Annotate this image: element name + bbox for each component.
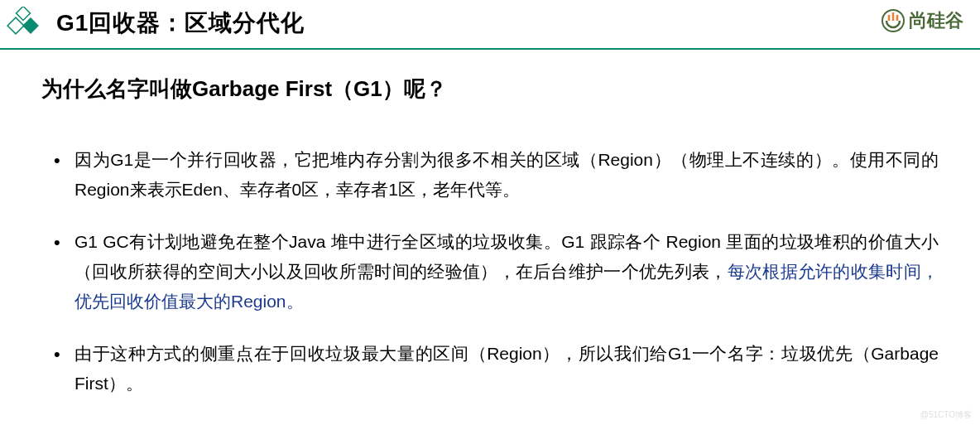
diamond-icon xyxy=(7,7,40,40)
slide-header: G1回收器：区域分代化 尚硅谷 xyxy=(0,0,980,50)
brand-text: 尚硅谷 xyxy=(909,8,963,33)
bullet-list: 因为G1是一个并行回收器，它把堆内存分割为很多不相关的区域（Region）（物理… xyxy=(41,145,939,398)
bullet-item: 由于这种方式的侧重点在于回收垃圾最大量的区间（Region），所以我们给G1一个… xyxy=(41,339,939,398)
brand-icon xyxy=(881,8,906,33)
watermark: @51CTO博客 xyxy=(920,409,972,421)
brand-logo: 尚硅谷 xyxy=(881,8,963,33)
bullet-item: 因为G1是一个并行回收器，它把堆内存分割为很多不相关的区域（Region）（物理… xyxy=(41,145,939,204)
slide-content: 为什么名字叫做Garbage First（G1）呢？ 因为G1是一个并行回收器，… xyxy=(0,50,980,425)
svg-rect-0 xyxy=(17,7,31,20)
svg-rect-1 xyxy=(7,17,24,34)
slide-title: G1回收器：区域分代化 xyxy=(56,7,305,39)
bullet-item: G1 GC有计划地避免在整个Java 堆中进行全区域的垃圾收集。G1 跟踪各个 … xyxy=(41,227,939,316)
bullet-text: 由于这种方式的侧重点在于回收垃圾最大量的区间（Region），所以我们给G1一个… xyxy=(74,344,939,393)
content-subtitle: 为什么名字叫做Garbage First（G1）呢？ xyxy=(41,75,939,104)
bullet-text: 因为G1是一个并行回收器，它把堆内存分割为很多不相关的区域（Region）（物理… xyxy=(74,150,939,199)
svg-rect-2 xyxy=(22,17,39,34)
